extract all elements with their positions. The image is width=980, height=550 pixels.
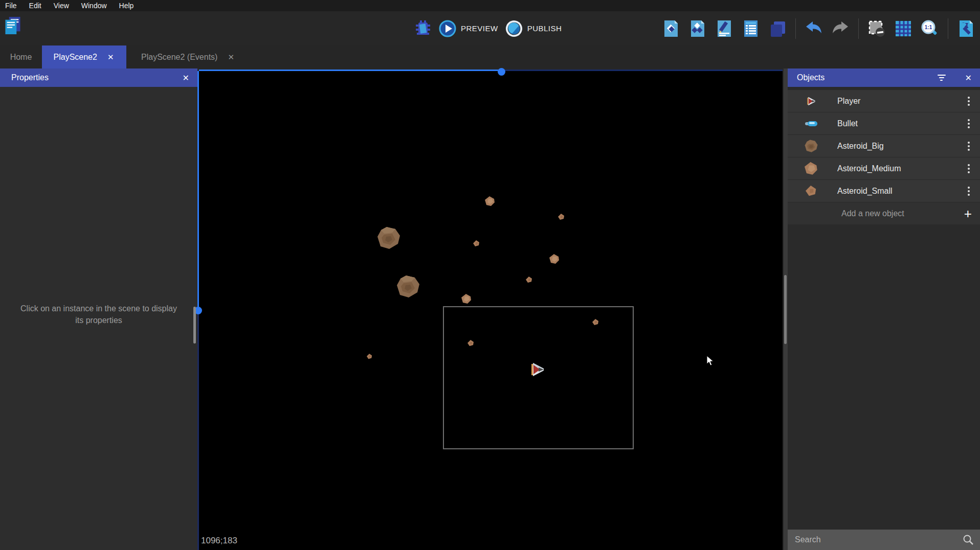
object-row-asteroid-medium[interactable]: Asteroid_Medium xyxy=(788,157,980,179)
open-layers-panel-icon[interactable] xyxy=(769,19,786,38)
close-objects-icon[interactable]: ✕ xyxy=(957,73,980,83)
object-row-asteroid-small[interactable]: Asteroid_Small xyxy=(788,180,980,202)
asteroid-small-instance[interactable] xyxy=(473,240,480,249)
asteroid-medium-instance[interactable] xyxy=(461,294,472,306)
publish-button[interactable]: PUBLISH xyxy=(505,19,562,38)
asteroid-small-sprite xyxy=(592,319,599,326)
menu-file[interactable]: File xyxy=(0,1,23,11)
tab-label: PlayScene2 xyxy=(54,53,97,62)
objects-search-bar xyxy=(788,530,980,550)
object-menu-icon[interactable] xyxy=(968,97,970,106)
asteroid-medium-sprite xyxy=(549,254,560,264)
asteroid-big-sprite xyxy=(377,226,400,250)
toggle-grid-icon[interactable] xyxy=(895,19,912,38)
asteroid-small-instance[interactable] xyxy=(558,213,565,222)
object-row-player[interactable]: Player xyxy=(788,90,980,112)
asteroid-big-sprite xyxy=(396,275,420,299)
publish-globe-icon xyxy=(505,19,523,38)
undo-icon[interactable] xyxy=(805,19,822,38)
close-tab-icon[interactable]: ✕ xyxy=(106,53,115,62)
player-ship-instance[interactable] xyxy=(528,360,547,381)
properties-panel-title: Properties xyxy=(0,73,174,82)
bullet-icon xyxy=(804,121,819,127)
open-settings-file-icon[interactable] xyxy=(957,19,975,38)
delete-selection-icon[interactable] xyxy=(868,19,885,38)
menu-window[interactable]: Window xyxy=(75,1,113,11)
asteroid-big-instance[interactable] xyxy=(396,275,420,301)
properties-empty-message: Click on an instance in the scene to dis… xyxy=(0,303,197,326)
asteroid-small-icon xyxy=(804,186,819,197)
asteroid-medium-sprite xyxy=(461,294,472,304)
open-scene-properties-icon[interactable] xyxy=(716,19,733,38)
debugger-icon[interactable] xyxy=(414,19,432,38)
editor-scrollbar-thumb[interactable] xyxy=(784,275,787,344)
project-manager-icon[interactable] xyxy=(4,16,21,35)
objects-panel-header: Objects ✕ xyxy=(788,68,980,87)
object-name: Asteroid_Medium xyxy=(837,164,968,173)
object-menu-icon[interactable] xyxy=(968,119,970,128)
asteroid-small-sprite xyxy=(526,277,532,283)
add-new-object-button[interactable]: Add a new object + xyxy=(788,202,980,224)
close-properties-icon[interactable]: ✕ xyxy=(174,73,197,83)
tab-playscene2-events[interactable]: PlayScene2 (Events) ✕ xyxy=(126,45,250,68)
zoom-original-icon[interactable]: 1:1 xyxy=(921,19,939,38)
one-to-one-label: 1:1 xyxy=(925,25,932,30)
object-menu-icon[interactable] xyxy=(968,164,970,173)
menu-view[interactable]: View xyxy=(48,1,75,11)
mouse-cursor xyxy=(706,355,716,366)
object-name: Asteroid_Big xyxy=(837,142,968,151)
preview-label: PREVIEW xyxy=(461,24,498,33)
scene-hscroll-track-left xyxy=(199,70,498,71)
asteroid-small-sprite xyxy=(467,340,474,347)
editor-scrollbar xyxy=(784,68,788,550)
object-name: Player xyxy=(837,97,968,106)
object-menu-icon[interactable] xyxy=(968,187,970,196)
scene-canvas[interactable]: 1096;183 xyxy=(199,71,783,550)
toolbar-separator xyxy=(948,18,948,39)
tab-bar: Home PlayScene2 ✕ PlayScene2 (Events) ✕ xyxy=(0,45,980,68)
tab-home[interactable]: Home xyxy=(0,45,42,68)
properties-scrollbar-thumb[interactable] xyxy=(193,307,196,343)
asteroid-medium-icon xyxy=(804,162,819,175)
tab-label: PlayScene2 (Events) xyxy=(141,53,217,62)
scene-vscroll-track-bottom xyxy=(197,314,199,550)
open-objects-panel-icon[interactable] xyxy=(662,19,680,38)
search-input[interactable] xyxy=(788,535,963,544)
asteroid-small-instance[interactable] xyxy=(467,339,474,349)
objects-panel-title: Objects xyxy=(788,73,938,82)
asteroid-big-instance[interactable] xyxy=(377,226,400,252)
gdevelop-window: File Edit View Window Help xyxy=(0,0,980,550)
tab-label: Home xyxy=(10,53,32,62)
scene-hscroll-thumb[interactable] xyxy=(498,68,505,76)
scene-vscroll-track-top xyxy=(197,71,199,307)
object-row-bullet[interactable]: Bullet xyxy=(788,112,980,134)
filter-icon[interactable] xyxy=(938,75,957,81)
tab-playscene2[interactable]: PlayScene2 ✕ xyxy=(42,45,126,68)
player-ship-sprite xyxy=(528,360,547,379)
cursor-coordinates: 1096;183 xyxy=(201,536,237,546)
preview-play-icon xyxy=(439,19,456,38)
asteroid-small-instance[interactable] xyxy=(367,352,372,361)
asteroid-medium-instance[interactable] xyxy=(485,196,495,209)
publish-label: PUBLISH xyxy=(527,24,562,33)
preview-button[interactable]: PREVIEW xyxy=(439,19,498,38)
properties-panel: Properties ✕ Click on an instance in the… xyxy=(0,68,197,550)
asteroid-big-icon xyxy=(804,140,819,153)
asteroid-small-sprite xyxy=(367,354,372,359)
asteroid-small-instance[interactable] xyxy=(526,276,532,285)
close-tab-icon[interactable]: ✕ xyxy=(227,53,235,62)
asteroid-small-instance[interactable] xyxy=(592,318,599,328)
plus-icon: + xyxy=(964,209,972,219)
toolbar: PREVIEW PUBLISH xyxy=(0,11,980,45)
menu-help[interactable]: Help xyxy=(113,1,140,11)
object-row-asteroid-big[interactable]: Asteroid_Big xyxy=(788,135,980,157)
open-object-groups-panel-icon[interactable] xyxy=(689,19,706,38)
objects-list: Player Bullet Asteroid_Big xyxy=(788,90,980,224)
redo-icon[interactable] xyxy=(832,19,849,38)
asteroid-small-sprite xyxy=(473,240,480,247)
asteroid-medium-instance[interactable] xyxy=(549,254,560,266)
open-instances-list-icon[interactable] xyxy=(742,19,760,38)
menu-edit[interactable]: Edit xyxy=(23,1,48,11)
object-menu-icon[interactable] xyxy=(968,142,970,151)
object-name: Bullet xyxy=(837,119,968,128)
